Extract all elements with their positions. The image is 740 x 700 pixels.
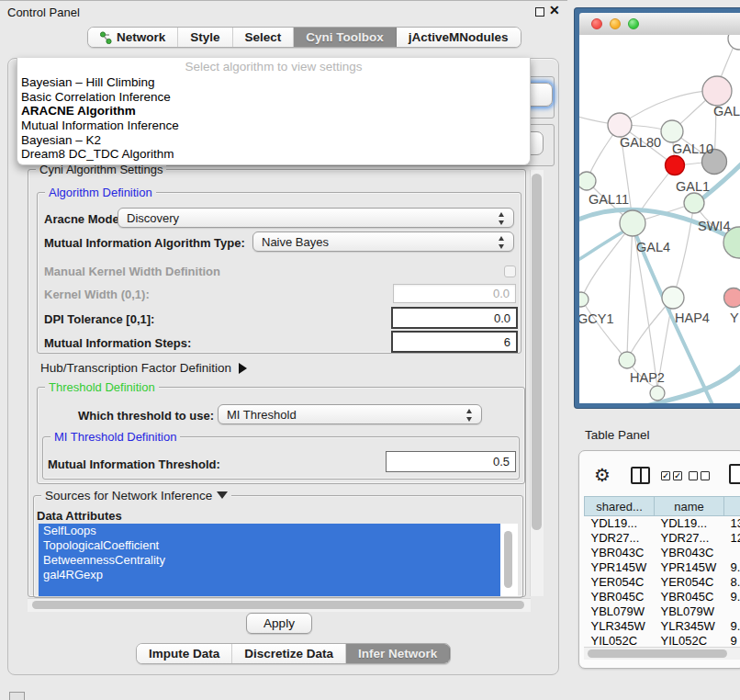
hub-definition-expander[interactable]: Hub/Transcription Factor Definition: [40, 361, 247, 375]
network-node-gal10[interactable]: [661, 120, 683, 142]
network-node-gal1[interactable]: [666, 156, 685, 175]
settings-vscrollbar-thumb[interactable]: [532, 174, 542, 530]
aracne-mode-combobox[interactable]: Discovery: [118, 208, 514, 228]
node-label: Y: [730, 310, 739, 325]
mi-threshold-label: Mutual Information Threshold:: [48, 457, 220, 471]
mi-steps-field[interactable]: 6: [391, 331, 518, 353]
network-node-swi4[interactable]: [684, 193, 704, 213]
collapse-down-arrow-icon: [217, 491, 228, 499]
tab-impute-data[interactable]: Impute Data: [137, 644, 232, 663]
algorithm-dropdown-popup: Select algorithm to view settings Bayesi…: [17, 58, 531, 165]
node-label: GAL: [713, 104, 740, 119]
close-traffic-light-icon[interactable]: [591, 18, 602, 29]
attribute-list-scrollbar-thumb[interactable]: [504, 531, 512, 588]
tab-discretize-data[interactable]: Discretize Data: [232, 644, 346, 663]
zoom-traffic-light-icon[interactable]: [628, 18, 639, 29]
node-label: GAL4: [636, 240, 670, 254]
node-label: GAL80: [620, 135, 661, 150]
tab-network[interactable]: Network: [88, 28, 178, 47]
network-node[interactable]: [728, 35, 740, 50]
minimize-traffic-light-icon[interactable]: [610, 18, 621, 29]
network-node-gcy1[interactable]: [579, 292, 589, 307]
unselect-all-columns-icon[interactable]: [689, 471, 710, 480]
table-row[interactable]: YLR345WYLR345W9.: [585, 619, 740, 634]
table-hscrollbar-thumb[interactable]: [588, 649, 727, 658]
dropdown-hint: Select algorithm to view settings: [17, 58, 530, 75]
dropdown-item[interactable]: Dream8 DC_TDC Algorithm: [17, 147, 530, 162]
node-attribute-table: shared... name A YDL19...YDL19...13 YDR2…: [584, 496, 740, 649]
network-node-salmon[interactable]: [724, 288, 740, 308]
network-node-gal[interactable]: [702, 76, 732, 106]
aracne-mode-label: Aracne Mode:: [44, 212, 123, 226]
kernel-width-field[interactable]: 0.0: [393, 284, 516, 303]
manual-kernel-checkbox[interactable]: [504, 265, 516, 277]
dpi-tolerance-field[interactable]: 0.0: [391, 307, 518, 329]
attribute-item[interactable]: gal4RGexp: [39, 568, 500, 582]
gear-icon[interactable]: ⚙: [594, 464, 611, 486]
dropdown-item[interactable]: Mutual Information Inference: [17, 119, 530, 133]
sources-collapse-toggle[interactable]: Sources for Network Inference: [41, 489, 231, 502]
dropdown-item-aracne[interactable]: ARACNE Algorithm: [17, 104, 530, 119]
new-table-icon[interactable]: [729, 464, 740, 484]
kernel-width-label: Kernel Width (0,1):: [44, 288, 150, 301]
combo-arrows-icon: [466, 409, 473, 422]
settings-hscrollbar-thumb[interactable]: [32, 601, 524, 609]
node-label: HAP4: [675, 310, 710, 325]
close-icon[interactable]: ✕: [549, 3, 560, 17]
tab-select[interactable]: Select: [233, 28, 295, 47]
attribute-item-partial[interactable]: [39, 582, 500, 596]
dpi-tolerance-label: DPI Tolerance [0,1]:: [44, 312, 154, 326]
network-node-gal80[interactable]: [608, 113, 632, 137]
dropdown-item[interactable]: Bayesian – K2: [17, 133, 530, 148]
tab-style[interactable]: Style: [178, 28, 232, 47]
threshold-definition-title: Threshold Definition: [45, 380, 159, 394]
which-threshold-combobox[interactable]: MI Threshold: [218, 404, 482, 424]
column-header-name[interactable]: name: [655, 497, 724, 516]
bottom-tabbar: Impute Data Discretize Data Infer Networ…: [136, 643, 451, 664]
network-canvas[interactable]: GAL GAL80 GAL10 GAL1 GAL11 SWI4 GAL4 GCY…: [579, 35, 740, 403]
column-header-shared-name[interactable]: shared...: [585, 497, 655, 516]
table-row[interactable]: YBL079WYBL079W: [585, 604, 740, 619]
mi-threshold-field[interactable]: 0.5: [386, 451, 516, 472]
column-browser-icon[interactable]: [631, 467, 650, 484]
minimized-panel-icon[interactable]: [9, 692, 25, 700]
network-node-gal11[interactable]: [579, 172, 596, 190]
table-row[interactable]: YDL19...YDL19...13: [585, 516, 740, 531]
table-row[interactable]: YBR045CYBR045C9.: [585, 590, 740, 604]
attribute-item[interactable]: BetweennessCentrality: [39, 553, 500, 568]
table-panel-title: Table Panel: [585, 428, 650, 442]
column-header-partial[interactable]: A: [724, 497, 740, 516]
float-window-icon[interactable]: [535, 7, 544, 17]
tab-cyni-toolbox[interactable]: Cyni Toolbox: [294, 28, 397, 47]
table-row[interactable]: YDR27...YDR27...12: [585, 531, 740, 546]
network-node-gal4[interactable]: [620, 210, 645, 236]
data-attributes-list: SelfLoops TopologicalCoefficient Between…: [39, 524, 518, 596]
node-label: GCY1: [579, 311, 614, 326]
network-icon: [100, 31, 112, 44]
expander-right-arrow-icon: [239, 363, 247, 374]
data-attributes-label: Data Attributes: [37, 509, 122, 523]
table-row[interactable]: YER054CYER054C8.: [585, 575, 740, 590]
control-panel-window: Control Panel ✕ Network Style Select Cyn…: [0, 0, 567, 668]
network-node[interactable]: [650, 386, 665, 401]
dropdown-item[interactable]: Bayesian – Hill Climbing: [17, 75, 530, 90]
table-row[interactable]: YPR145WYPR145W9.: [585, 560, 740, 575]
mi-type-combobox[interactable]: Naive Bayes: [252, 231, 514, 252]
combo-arrows-icon: [499, 212, 505, 225]
manual-kernel-label: Manual Kernel Width Definition: [44, 265, 220, 278]
combo-arrows-icon: [499, 236, 505, 249]
tab-jactivemnodules[interactable]: jActiveMNodules: [397, 28, 521, 47]
attribute-item[interactable]: SelfLoops: [39, 524, 500, 538]
table-row[interactable]: YBR043CYBR043C: [585, 546, 740, 560]
control-panel-title: Control Panel: [7, 6, 80, 19]
dropdown-item[interactable]: Basic Correlation Inference: [17, 90, 530, 105]
network-node-hap4[interactable]: [662, 287, 684, 309]
which-threshold-label: Which threshold to use:: [78, 409, 214, 423]
network-window-titlebar[interactable]: [579, 13, 740, 35]
select-all-columns-icon[interactable]: ✓✓: [661, 471, 682, 480]
node-label: HAP2: [630, 370, 665, 385]
network-node-hap2[interactable]: [619, 352, 635, 368]
attribute-item[interactable]: TopologicalCoefficient: [39, 538, 500, 553]
apply-button[interactable]: Apply: [246, 613, 312, 634]
tab-infer-network[interactable]: Infer Network: [346, 644, 450, 663]
